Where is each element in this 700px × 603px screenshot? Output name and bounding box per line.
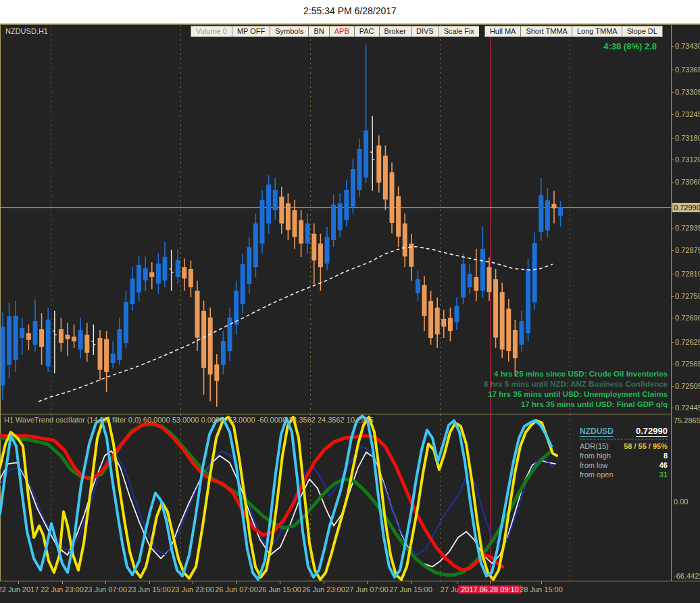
price-axis-label: 0.73365: [675, 66, 700, 74]
info-row-value: 58 / 55 / 95%: [624, 441, 668, 451]
time-axis-tick: [541, 581, 542, 584]
price-axis-label: 0.72625: [675, 338, 700, 346]
candle-countdown-label: 4:38 (8%) 2.8: [603, 41, 657, 51]
price-axis-tick: [671, 46, 674, 47]
info-row-label: ADR(15): [580, 441, 609, 451]
info-row-from-open: from open31: [580, 470, 668, 479]
info-row-label: from low: [580, 460, 608, 470]
osc-axis-max: 75.2865: [674, 416, 700, 425]
time-axis-label: 27 Jun 15:00: [389, 585, 432, 594]
time-axis-tick: [490, 581, 491, 584]
time-axis-label: 23 Jun 15:00: [128, 585, 171, 594]
news-line-1: 4 hrs 25 mins since USD: Crude Oil Inven…: [0, 369, 668, 379]
terminal-window: 2:55:34 PM 6/28/2017 NZDUSD,H1 Volume 0M…: [0, 0, 700, 603]
price-axis-tick: [671, 364, 674, 364]
price-axis-label: 0.73180: [675, 134, 700, 142]
time-axis-tick: [411, 581, 411, 584]
oscillator-canvas[interactable]: [0, 414, 672, 581]
toolbar-button-symbols[interactable]: Symbols: [270, 26, 308, 37]
time-axis-tick: [149, 581, 150, 584]
price-axis-tick: [671, 228, 674, 228]
price-axis-label: 0.73430: [675, 42, 700, 50]
price-axis-label: 0.72875: [675, 246, 700, 254]
toolbar-button-long-tmma[interactable]: Long TMMA: [572, 26, 622, 37]
toolbar-button-apb[interactable]: APB: [329, 26, 354, 37]
time-axis-label: 26 Jun 07:00: [215, 585, 258, 594]
toolbar-button-hull-ma[interactable]: Hull MA: [484, 26, 522, 37]
info-row-label: from open: [580, 470, 614, 479]
time-axis-tick: [62, 581, 63, 584]
price-axis-label: 0.72690: [675, 314, 700, 322]
news-line-3: 17 hrs 35 mins until USD: Unemployment C…: [0, 389, 668, 400]
time-axis-tick: [236, 581, 237, 584]
info-row-label: from high: [580, 451, 611, 460]
price-axis-tick: [671, 342, 674, 343]
price-axis-tick: [671, 408, 674, 408]
info-row-adr-15-: ADR(15)58 / 55 / 95%: [580, 441, 668, 451]
price-axis-label: 0.72810: [675, 270, 700, 278]
time-axis-tick: [280, 581, 280, 584]
info-row-from-low: from low46: [580, 460, 668, 470]
price-axis-label: 0.72565: [675, 360, 700, 368]
price-axis-tick: [671, 296, 674, 297]
info-row-value: 46: [659, 460, 668, 470]
symbol-timeframe-label: NZDUSD,H1: [5, 27, 48, 35]
price-axis-label: 0.73060: [675, 178, 700, 186]
time-axis-tick: [457, 581, 457, 584]
window-title-bar: 2:55:34 PM 6/28/2017: [0, 0, 700, 24]
info-row-value: 8: [664, 451, 668, 460]
wt-yellow-line: [0, 417, 557, 579]
time-axis-label: 22 Jun 2017: [0, 585, 39, 594]
time-axis-tick: [367, 581, 368, 584]
time-axis-tick: [105, 581, 106, 584]
toolbar-button-bn[interactable]: BN: [308, 26, 328, 37]
time-axis-label: 23 Jun 23:00: [171, 585, 214, 594]
current-price-box: 0.72990: [672, 203, 700, 212]
price-axis-label: 0.72750: [675, 292, 700, 300]
time-axis-label: 22 Jun 23:00: [41, 585, 84, 594]
price-axis-tick: [671, 160, 674, 160]
price-axis-tick: [671, 92, 674, 93]
time-axis-label: 27 Jun 07:00: [345, 585, 389, 594]
price-axis-label: 0.73305: [675, 88, 700, 96]
price-axis-tick: [671, 114, 674, 115]
osc-axis-min: -66.4422: [674, 572, 700, 580]
price-axis-label: 0.72445: [675, 404, 700, 412]
price-axis-label: 0.73245: [675, 110, 700, 118]
osc-axis-zero: 0.00: [674, 498, 688, 506]
info-symbol: NZDUSD: [580, 427, 614, 437]
toolbar-button-scale-fix[interactable]: Scale Fix: [439, 26, 479, 37]
price-axis-tick: [671, 318, 674, 318]
time-axis[interactable]: 22 Jun 201722 Jun 23:0023 Jun 07:0023 Ju…: [0, 581, 700, 603]
news-annotations: 4 hrs 25 mins since USD: Crude Oil Inven…: [0, 369, 668, 410]
time-axis-label-highlighted: 2017.06.28 09:10: [458, 585, 522, 594]
time-axis-label: 28 Jun 15:00: [520, 585, 563, 594]
time-axis-label: 26 Jun 23:00: [302, 585, 345, 594]
news-line-4: 17 hrs 35 mins until USD: Final GDP q/q: [0, 400, 668, 410]
price-axis-tick: [671, 70, 674, 70]
info-row-from-high: from high8: [580, 451, 668, 460]
time-axis-label: 26 Jun 15:00: [258, 585, 301, 594]
info-bid-price: 0.72990: [636, 426, 668, 437]
toolbar-button-pac[interactable]: PAC: [354, 26, 379, 37]
market-info-panel: NZDUSD 0.72990 ADR(15)58 / 55 / 95%from …: [580, 426, 668, 479]
time-axis-tick: [193, 581, 193, 584]
toolbar-button-divs[interactable]: DIVS: [411, 26, 439, 37]
price-axis-tick: [671, 250, 674, 251]
time-axis-label: 23 Jun 07:00: [84, 585, 127, 594]
price-axis-tick: [671, 386, 674, 387]
toolbar-button-volume-0[interactable]: Volume 0: [191, 26, 232, 37]
price-axis-label: 0.73120: [675, 155, 700, 164]
toolbar-button-slope-dl[interactable]: Slope DL: [622, 26, 663, 37]
main-chart-canvas[interactable]: [0, 25, 672, 414]
toolbar-button-broker[interactable]: Broker: [379, 26, 411, 37]
price-axis-tick: [671, 274, 674, 274]
price-axis-label: 0.72935: [675, 224, 700, 232]
clock-display: 2:55:34 PM 6/28/2017: [0, 5, 700, 16]
toolbar-button-mp-off[interactable]: MP OFF: [232, 26, 270, 37]
toolbar-button-short-tmma[interactable]: Short TMMA: [520, 26, 572, 37]
info-row-value: 31: [659, 470, 668, 479]
indicator-title: H1 WaveTrend oscillator (14,20, filter 0…: [4, 416, 374, 424]
time-axis-tick: [18, 581, 19, 584]
time-axis-tick: [324, 581, 324, 584]
